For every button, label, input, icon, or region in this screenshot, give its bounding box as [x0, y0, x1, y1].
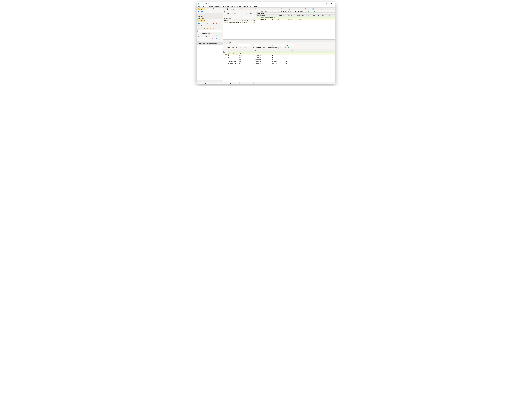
menu-radius[interactable]: RADIUS	[243, 6, 248, 7]
res-copy[interactable]: 📋	[239, 47, 242, 49]
col-period[interactable]: Период действия	[241, 20, 251, 21]
rc-res[interactable]: Зарезе...	[295, 49, 301, 51]
col-scheme2[interactable]: Схема ...	[311, 15, 317, 16]
contracts-apply[interactable]: ✓	[236, 17, 238, 19]
menu-import[interactable]: Импорт	[249, 6, 253, 7]
person-icon-button[interactable]: 👤	[197, 10, 200, 13]
menu-directories[interactable]: Справочники	[214, 6, 221, 7]
tb-x1[interactable]: 📇	[215, 38, 218, 40]
rc-web[interactable]: Есть Web-...	[284, 49, 291, 51]
group-money[interactable]: 💵	[313, 10, 316, 12]
rc-state2[interactable]: Состоя...	[306, 49, 335, 51]
tb-box[interactable]: 📦	[203, 27, 206, 29]
tb-people[interactable]: 👥	[198, 22, 200, 24]
res-tree-toggle[interactable]: В виде дерева	[267, 47, 278, 49]
col-u[interactable]: У	[254, 20, 256, 21]
edit-dropdown[interactable]: ✎	[206, 8, 210, 10]
checkbox-keep[interactable]	[198, 35, 199, 37]
create-client-button[interactable]: 📄Создать	[197, 38, 207, 40]
menu-file[interactable]: Файл	[198, 6, 201, 7]
menu-reports[interactable]: Отчёты	[254, 6, 258, 7]
rc-state[interactable]: Состояние ресурса	[271, 49, 284, 51]
res-more[interactable]: Дополнительно	[255, 47, 266, 49]
tb-world[interactable]: 🌐	[218, 22, 221, 24]
tb-x2[interactable]: 📑	[218, 38, 221, 40]
col-group[interactable]: Групп...	[306, 15, 311, 16]
contracts-extra2[interactable]: 📑	[227, 14, 229, 17]
tree-toggle[interactable]: −	[225, 53, 227, 55]
person-add-button[interactable]: 👥	[201, 10, 204, 13]
tb-tree[interactable]: 🌳	[212, 22, 215, 24]
col-class[interactable]: Класс услуг	[277, 15, 288, 16]
tb-book[interactable]: 📘	[200, 25, 203, 27]
create-resource-button[interactable]: 📄Создать ресурс...	[223, 47, 238, 49]
delete-group[interactable]: ✕	[274, 10, 276, 12]
tb-calc[interactable]: 🧮	[206, 27, 209, 29]
left-scrollbar[interactable]: ◄►	[197, 80, 223, 82]
group-tree-toggle[interactable]: В виде дерева	[293, 10, 304, 12]
rc-source[interactable]: Источник	[246, 49, 253, 51]
edit-contract[interactable]: ✎	[239, 12, 242, 14]
search-combo[interactable]	[198, 30, 222, 32]
tb-chart[interactable]: 📊	[212, 27, 215, 29]
tb-mail[interactable]: ✉	[203, 22, 206, 24]
menu-tariff[interactable]: Тарификация	[206, 6, 213, 7]
resource-row[interactable]: Площадь помещенияЖКХс 01.08.2013Доступен…	[223, 61, 335, 63]
type-filter-combo[interactable]: ( все )	[254, 44, 260, 46]
tb-card[interactable]: 🗂	[200, 22, 203, 24]
res-edit3[interactable]: ✎	[279, 47, 281, 49]
tb-building[interactable]: 🏢	[206, 22, 209, 24]
tab-files[interactable]: 📁Файлы	[280, 8, 288, 10]
res-delete[interactable]: ✕	[247, 47, 249, 49]
col-gu[interactable]: ГУ	[251, 20, 254, 21]
contract-row[interactable]: 📄Ответственный квартиросъемщик 01.08.201…	[223, 21, 256, 23]
res-address-row[interactable]: −🏠Невский пр., д.1, 123	[223, 53, 335, 55]
tab-requests[interactable]: 📌Заявки	[304, 8, 311, 10]
name-filter-combo[interactable]	[239, 44, 250, 46]
close-button[interactable]	[329, 2, 334, 5]
menu-resources[interactable]: Ресурсы	[230, 6, 235, 7]
resource-row[interactable]: Количество прожив...ЖКХс 01.08.2013Досту…	[223, 63, 335, 65]
tb-tree2[interactable]: 🏠	[215, 22, 218, 24]
res-lock[interactable]: 🔒	[251, 47, 255, 49]
resource-row[interactable]: Счетчик электроэне...ЖКХс 01.08.2013Дост…	[223, 59, 335, 61]
res-root-row[interactable]: −📄Ответственный квартиросъемщик	[223, 51, 335, 53]
col-addr[interactable]: Адрес	[326, 15, 335, 16]
tab-resources[interactable]: Ресурсы	[229, 42, 236, 44]
tab-info[interactable]: ℹИнфо	[224, 8, 230, 10]
tab-contracts[interactable]: 📄Договоры	[230, 8, 239, 10]
col-name[interactable]: Наименование	[256, 15, 277, 16]
tb-note[interactable]: 📋	[200, 27, 203, 29]
tree-toggle[interactable]: −	[223, 51, 225, 52]
col-scheme[interactable]: Схема ...	[288, 15, 295, 16]
edit-client-dd[interactable]: ✎	[208, 38, 211, 40]
tb-money[interactable]: 💰	[209, 27, 212, 29]
search-in-found-row[interactable]: Искать в найденном	[197, 32, 223, 34]
tb-gear[interactable]: ⚙	[198, 27, 200, 29]
group-filter[interactable]: ▼	[310, 10, 313, 12]
col-gt[interactable]: Тип гру...	[301, 15, 306, 16]
contracts-extra1[interactable]: 📋	[223, 14, 226, 17]
res-apply[interactable]: ✓	[282, 47, 284, 49]
col-bd[interactable]: Балан...	[322, 15, 326, 16]
all-filter-combo[interactable]: ( все )	[287, 44, 294, 46]
date-from[interactable]: . .	[274, 44, 279, 46]
group-edit2[interactable]: ✎	[305, 10, 307, 12]
filter-button[interactable]: Фильтр	[212, 8, 219, 10]
tab-notes[interactable]: 📝Заметки	[312, 8, 320, 10]
client-item-selected[interactable]: Ответственный квартиросъемщик	[197, 43, 223, 45]
menu-help[interactable]: ?	[260, 6, 260, 7]
resource-row[interactable]: Счетчик водыЖКХс 01.08.2013ДоступенНет	[223, 55, 335, 57]
group-root-row[interactable]: −📄 Ответственный квартиросъемщик	[256, 16, 335, 19]
search-button[interactable]: 🔍 Поиск	[197, 20, 205, 22]
groups-button[interactable]: Группы	[197, 8, 205, 10]
refresh-resources[interactable]: ⟳Обновить	[223, 44, 231, 46]
tab-payments[interactable]: 💳Платежные документы	[253, 8, 270, 10]
create-contract-button[interactable]: 📄Создать договор...	[223, 12, 238, 14]
all-objects-select[interactable]: ( Все объекты )	[197, 17, 223, 19]
rc-type[interactable]: Тип	[238, 49, 246, 51]
res-edit[interactable]: ✎	[242, 47, 244, 49]
group-child-row[interactable]: 🏠Невский пр., д.1, 123 ЖКХ ( люба... 0.0…	[256, 19, 335, 20]
rc-name[interactable]: Назва...	[223, 49, 238, 51]
res-filter[interactable]: ▼	[284, 47, 287, 49]
